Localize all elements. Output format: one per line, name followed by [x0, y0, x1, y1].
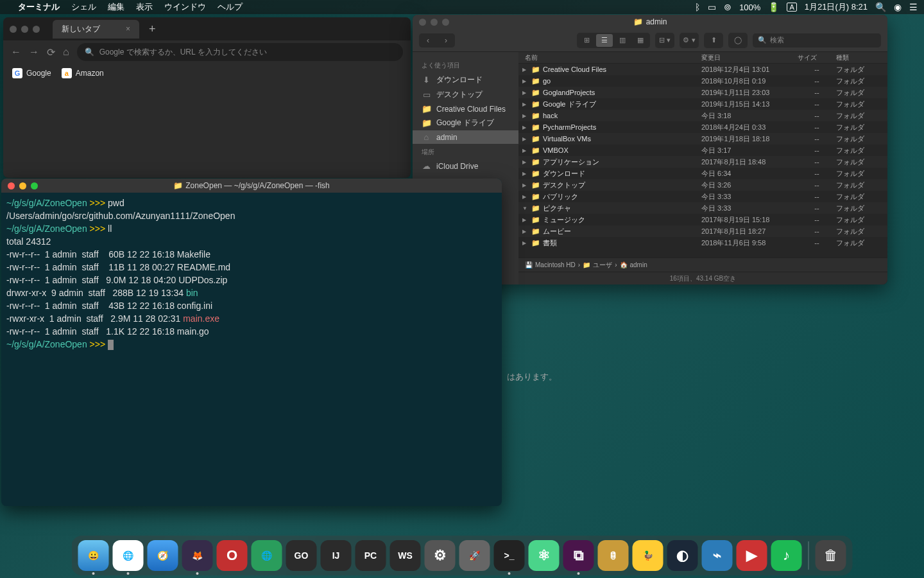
dock-app[interactable]: 🧭 [148, 540, 178, 571]
col-date[interactable]: 変更日 [701, 53, 798, 62]
dock-app[interactable]: 😀 [78, 540, 109, 571]
omnibox-placeholder: Google で検索するか、URL を入力してください [99, 47, 267, 58]
file-row[interactable]: ▶📁パブリック今日 3:33--フォルダ [518, 191, 887, 202]
dock-app[interactable]: ▶ [737, 540, 767, 571]
icon-view-button[interactable]: ⊞ [578, 34, 595, 47]
gallery-view-button[interactable]: ▦ [632, 34, 649, 47]
new-tab-button[interactable]: + [149, 22, 156, 36]
input-source[interactable]: A [787, 3, 796, 12]
bookmark-amazon[interactable]: a Amazon [62, 68, 104, 78]
menu-shell[interactable]: シェル [71, 1, 96, 13]
bookmark-google[interactable]: G Google [12, 68, 51, 78]
finder-nav: ‹ › [419, 33, 455, 48]
file-row[interactable]: ▶📁ダウンロード今日 6:34--フォルダ [518, 168, 887, 179]
omnibox[interactable]: 🔍 Google で検索するか、URL を入力してください [77, 43, 403, 61]
battery-box-icon[interactable]: ▭ [708, 2, 716, 12]
sidebar-item[interactable]: 📁Creative Cloud Files [413, 102, 518, 116]
dock-app[interactable]: ♪ [771, 540, 802, 571]
dock-app[interactable]: 🌐 [252, 540, 282, 571]
back-button[interactable]: ← [11, 46, 21, 58]
dock-app[interactable]: ◐ [667, 540, 698, 571]
bookmarks-bar: G Google a Amazon [3, 64, 411, 83]
finder-traffic-lights[interactable] [419, 19, 449, 26]
dock-app[interactable]: 🌐 [113, 540, 144, 571]
file-row[interactable]: ▶📁ミュージック2017年8月19日 15:18--フォルダ [518, 214, 887, 225]
locations-header: 場所 [413, 144, 518, 159]
home-button[interactable]: ⌂ [63, 46, 69, 58]
finder-forward-button[interactable]: › [437, 33, 455, 48]
file-row[interactable]: ▶📁デスクトップ今日 3:26--フォルダ [518, 179, 887, 191]
reload-button[interactable]: ⟳ [47, 46, 55, 58]
wifi-icon[interactable]: ⊚ [724, 2, 732, 12]
file-row[interactable]: ▶📁アプリケーション2017年8月1日 18:48--フォルダ [518, 156, 887, 168]
dock-app[interactable]: 🦊 [182, 540, 213, 571]
browser-traffic-lights[interactable] [10, 26, 40, 33]
dock-app[interactable]: 🦆 [633, 540, 663, 571]
dock-app[interactable]: ⚛ [529, 540, 560, 571]
bluetooth-icon[interactable]: ᛒ [695, 2, 700, 12]
tags-button[interactable]: ◯ [730, 34, 746, 47]
background-text: はあります。 [507, 371, 557, 383]
file-row[interactable]: ▶📁書類2018年11月6日 9:58--フォルダ [518, 237, 887, 249]
arrange-button[interactable]: ⊟ ▾ [656, 34, 673, 47]
file-row[interactable]: ▶📁VMBOX今日 3:17--フォルダ [518, 144, 887, 156]
file-row[interactable]: ▶📁Creative Cloud Files2018年12月4日 13:01--… [518, 64, 887, 75]
column-view-button[interactable]: ▥ [614, 34, 631, 47]
col-name[interactable]: 名前 [518, 53, 701, 62]
terminal-output[interactable]: ~/g/s/g/A/ZoneOpen >>> pwd/Users/admin/g… [1, 193, 502, 355]
dock-app[interactable]: ⧉ [563, 540, 594, 571]
app-menu[interactable]: ターミナル [18, 1, 60, 13]
list-view-button[interactable]: ☰ [596, 34, 613, 47]
sidebar-item[interactable]: ☁iCloud Drive [413, 159, 518, 173]
file-row[interactable]: ▶📁GoglandProjects2019年1月11日 23:03--フォルダ [518, 87, 887, 98]
spotlight-icon[interactable]: 🔍 [875, 2, 886, 12]
forward-button[interactable]: → [29, 46, 39, 58]
dock-app[interactable]: IJ [321, 540, 352, 571]
col-kind[interactable]: 種類 [836, 53, 887, 62]
file-row[interactable]: ▶📁go2018年10月8日 0:19--フォルダ [518, 75, 887, 87]
dock-app[interactable]: 🚀 [459, 540, 490, 571]
menu-edit[interactable]: 編集 [108, 1, 124, 13]
file-row[interactable]: ▶📁hack今日 3:18--フォルダ [518, 110, 887, 121]
sidebar-item[interactable]: ⬇ダウンロード [413, 73, 518, 87]
menu-window[interactable]: ウインドウ [164, 1, 206, 13]
dock-app[interactable]: ⚙ [425, 540, 456, 571]
notification-center-icon[interactable]: ☰ [909, 2, 918, 12]
datetime[interactable]: 1月21日(月) 8:21 [805, 1, 868, 13]
dock-app[interactable]: O [217, 540, 248, 571]
dock-app[interactable]: >_ [494, 540, 525, 571]
sidebar-item[interactable]: ⌂admin [413, 130, 518, 144]
browser-tab[interactable]: 新しいタブ × [53, 20, 139, 39]
amazon-icon: a [62, 68, 72, 78]
dock-app[interactable]: ⌁ [702, 540, 733, 571]
path-bar[interactable]: 💾Macintosh HD› 📁ユーザ› 🏠admin [518, 258, 887, 272]
battery-icon[interactable]: 🔋 [768, 2, 779, 12]
trash-icon[interactable]: 🗑 [816, 540, 846, 571]
tab-close-icon[interactable]: × [126, 24, 130, 33]
finder-search[interactable]: 🔍 検索 [753, 33, 881, 48]
status-bar: 16項目、43.14 GB空き [518, 272, 887, 285]
sidebar-item[interactable]: ▭デスクトップ [413, 87, 518, 102]
action-button[interactable]: ⚙ ▾ [681, 34, 697, 47]
dock-app[interactable]: GO [286, 540, 317, 571]
dock-app[interactable]: 🛢 [598, 540, 629, 571]
finder-back-button[interactable]: ‹ [419, 33, 437, 48]
tab-title: 新しいタブ [62, 24, 100, 35]
file-row[interactable]: ▶📁PycharmProjects2018年4月24日 0:33--フォルダ [518, 121, 887, 133]
terminal-title: ZoneOpen — ~/g/s/g/A/ZoneOpen — -fish [185, 181, 329, 190]
file-row[interactable]: ▶📁ムービー2017年8月1日 18:27--フォルダ [518, 225, 887, 237]
battery-percent: 100% [739, 3, 760, 12]
menu-view[interactable]: 表示 [136, 1, 153, 13]
terminal-traffic-lights[interactable] [8, 182, 38, 189]
siri-icon[interactable]: ◉ [894, 2, 902, 12]
browser-window: 新しいタブ × + ← → ⟳ ⌂ 🔍 Google で検索するか、URL を入… [3, 17, 411, 178]
file-row[interactable]: ▶📁VirtualBox VMs2019年1月18日 18:18--フォルダ [518, 133, 887, 144]
col-size[interactable]: サイズ [798, 53, 836, 62]
file-row[interactable]: ▼📁ピクチャ今日 3:33--フォルダ [518, 202, 887, 214]
sidebar-item[interactable]: 📁Google ドライブ [413, 116, 518, 130]
dock-app[interactable]: WS [390, 540, 421, 571]
dock-app[interactable]: PC [355, 540, 386, 571]
share-button[interactable]: ⬆ [705, 34, 722, 47]
file-row[interactable]: ▶📁Google ドライブ2019年1月15日 14:13--フォルダ [518, 98, 887, 110]
menu-help[interactable]: ヘルプ [218, 1, 243, 13]
